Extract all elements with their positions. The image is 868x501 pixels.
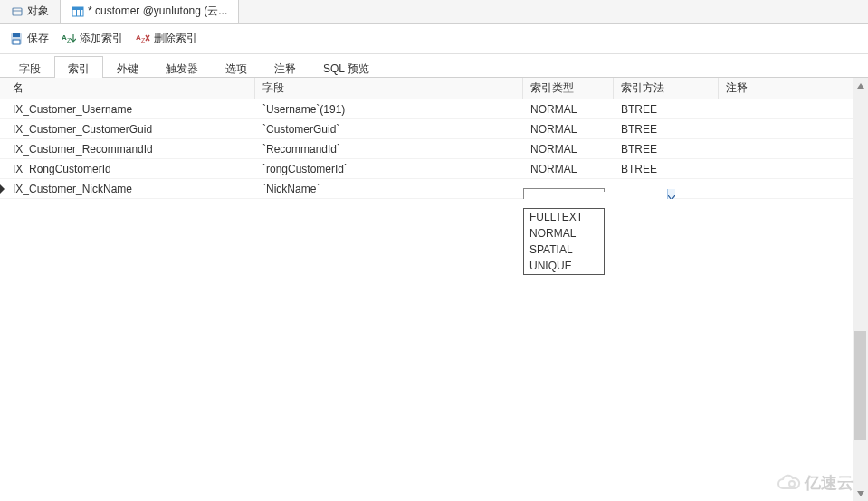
cell-name[interactable]: IX_Customer_NickName	[5, 183, 255, 195]
tab-sql-preview[interactable]: SQL 预览	[310, 56, 383, 77]
add-index-button[interactable]: AZ 添加索引	[62, 31, 123, 46]
tab-comment[interactable]: 注释	[261, 56, 310, 77]
cell-field[interactable]: `CustomerGuid`	[255, 123, 523, 136]
tab-current-label: * customer @yunlutong (云...	[88, 4, 227, 19]
table-row[interactable]: IX_RongCustomerId `rongCustomerId` NORMA…	[0, 159, 868, 179]
dropdown-option[interactable]: FULLTEXT	[524, 209, 604, 225]
tab-triggers[interactable]: 触发器	[152, 56, 212, 77]
cell-name[interactable]: IX_Customer_Username	[5, 103, 255, 116]
svg-rect-7	[13, 33, 20, 37]
svg-text:Z: Z	[141, 37, 146, 43]
col-header-comment[interactable]: 注释	[719, 78, 868, 99]
svg-text:Z: Z	[67, 37, 72, 43]
col-header-name[interactable]: 名	[5, 78, 255, 99]
toolbar: 保存 AZ 添加索引 AZ 删除索引	[0, 24, 868, 54]
table-row[interactable]: IX_Customer_RecommandId `RecommandId` NO…	[0, 139, 868, 159]
scroll-thumb[interactable]	[854, 331, 866, 440]
objects-icon	[11, 5, 24, 18]
dropdown-option[interactable]: NORMAL	[524, 225, 604, 241]
tab-options[interactable]: 选项	[212, 56, 261, 77]
table-row-active[interactable]: IX_Customer_NickName `NickName` FULLTEXT…	[0, 179, 868, 199]
col-header-type[interactable]: 索引类型	[523, 78, 614, 99]
svg-point-13	[789, 481, 795, 487]
cloud-icon	[776, 474, 801, 492]
svg-rect-8	[13, 40, 20, 44]
col-header-method[interactable]: 索引方法	[614, 78, 719, 99]
cell-method[interactable]: BTREE	[614, 163, 719, 175]
svg-rect-3	[72, 7, 83, 10]
delete-index-button[interactable]: AZ 删除索引	[136, 31, 197, 46]
cell-method[interactable]: BTREE	[614, 143, 719, 156]
delete-index-label: 删除索引	[154, 31, 197, 46]
tab-indexes[interactable]: 索引	[54, 56, 103, 77]
scroll-down-button[interactable]	[853, 486, 868, 501]
cell-method[interactable]: BTREE	[614, 103, 719, 116]
save-label: 保存	[27, 31, 49, 46]
grid-blank-area	[0, 199, 853, 501]
delete-index-icon: AZ	[136, 32, 150, 46]
dropdown-option[interactable]: SPATIAL	[524, 241, 604, 258]
tab-foreign-keys[interactable]: 外键	[103, 56, 152, 77]
cell-name[interactable]: IX_Customer_CustomerGuid	[5, 123, 255, 136]
cell-name[interactable]: IX_RongCustomerId	[5, 163, 255, 175]
table-row[interactable]: IX_Customer_Username `Username`(191) NOR…	[0, 99, 868, 119]
tab-objects[interactable]: 对象	[0, 0, 61, 23]
save-button[interactable]: 保存	[9, 31, 49, 46]
cell-field[interactable]: `NickName`	[255, 183, 523, 195]
scroll-up-button[interactable]	[853, 78, 868, 93]
tab-objects-label: 对象	[27, 4, 49, 19]
cell-name[interactable]: IX_Customer_RecommandId	[5, 143, 255, 156]
cell-type[interactable]: NORMAL	[523, 143, 614, 156]
add-index-label: 添加索引	[80, 31, 123, 46]
table-row[interactable]: IX_Customer_CustomerGuid `CustomerGuid` …	[0, 119, 868, 139]
cell-field[interactable]: `RecommandId`	[255, 143, 523, 156]
dropdown-option[interactable]: UNIQUE	[524, 258, 604, 274]
cell-type[interactable]: NORMAL	[523, 103, 614, 116]
col-header-field[interactable]: 字段	[255, 78, 523, 99]
type-dropdown[interactable]: FULLTEXT NORMAL SPATIAL UNIQUE	[523, 208, 605, 275]
cell-type[interactable]: NORMAL	[523, 163, 614, 175]
grid-header: 名 字段 索引类型 索引方法 注释	[0, 78, 868, 99]
index-grid: 名 字段 索引类型 索引方法 注释 IX_Customer_Username `…	[0, 78, 868, 199]
svg-rect-0	[13, 8, 22, 15]
cell-field[interactable]: `Username`(191)	[255, 103, 523, 116]
add-index-icon: AZ	[62, 32, 76, 46]
cell-field[interactable]: `rongCustomerId`	[255, 163, 523, 175]
watermark: 亿速云	[776, 472, 854, 494]
cell-type[interactable]: NORMAL	[523, 123, 614, 136]
tab-current-table[interactable]: * customer @yunlutong (云...	[61, 0, 239, 23]
sub-tab-bar: 字段 索引 外键 触发器 选项 注释 SQL 预览	[0, 54, 868, 78]
save-icon	[9, 32, 24, 46]
watermark-text: 亿速云	[805, 472, 854, 494]
cell-method[interactable]: BTREE	[614, 123, 719, 136]
top-tab-bar: 对象 * customer @yunlutong (云...	[0, 0, 868, 24]
tab-fields[interactable]: 字段	[5, 56, 54, 77]
table-icon	[72, 5, 84, 18]
vertical-scrollbar[interactable]	[853, 78, 868, 501]
